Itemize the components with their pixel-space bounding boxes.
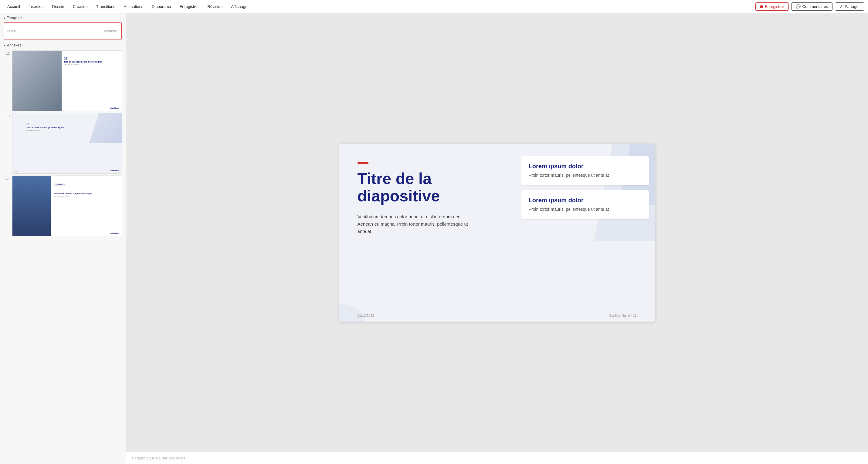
slide-card-2-text: Proin tortor mauris, pellentesque ut ant…: [529, 206, 642, 212]
slide-right-cards: Lorem ipsum dolor Proin tortor mauris, p…: [521, 156, 649, 219]
template-left-text: Section: [7, 29, 17, 32]
slide-14-subtitle: Sous-titre de la section: [54, 196, 118, 198]
slide-14-thumbnail[interactable]: SOUS PARTIE 1 Titre de la section sur pl…: [12, 176, 122, 236]
slide-13-decor: [89, 113, 122, 143]
slide-left-content: Titre de la diapositive Vestibulum tempu…: [358, 162, 485, 235]
menu-insertion[interactable]: Insertion: [25, 2, 48, 11]
menu-revision[interactable]: Révision: [204, 2, 226, 11]
enregistrer-label: Enregistrer: [765, 4, 784, 9]
slide-13-logo: Crédit Mutuel: [110, 170, 119, 172]
slide-12-content: 01 Titre de la section sur plusieurs lig…: [64, 57, 118, 66]
comment-icon: 💬: [796, 4, 801, 9]
record-icon: [760, 5, 763, 8]
slide-card-1-title: Lorem ipsum dolor: [529, 163, 642, 170]
menu-actions: Enregistrer 💬 Commentaires ↗ Partager: [755, 2, 864, 11]
template-right-text: Confidentiel: [104, 29, 118, 32]
partager-label: Partager: [845, 4, 860, 9]
slide-14-wrapper: 14 SOUS PARTIE 1 Titre de la section sur…: [4, 176, 122, 236]
slide-14-badge: SOUS PARTIE 1: [54, 183, 66, 186]
slide-footer-conf: Confidentialité · 11: [609, 314, 637, 317]
commentaires-button[interactable]: 💬 Commentaires: [791, 2, 833, 11]
slide-card-2-title: Lorem ipsum dolor: [529, 197, 642, 204]
slide-13-footer: Section: [14, 171, 18, 172]
slide-14-image: [12, 176, 51, 236]
slide-12-subtitle: Sous-titre de la section: [64, 64, 118, 66]
notes-placeholder: Cliquez pour ajouter des notes: [132, 456, 185, 460]
menu-bar: Accueil Insertion Dessin Création Transi…: [0, 0, 868, 13]
slide-12-footer: Section: [14, 108, 18, 110]
slide-14-content: Titre de la section sur plusieurs lignes…: [54, 193, 118, 197]
slide-13-wrapper: 13 01 Titre de la section sur plusieurs …: [4, 113, 122, 174]
slide-14-title: Titre de la section sur plusieurs lignes: [54, 193, 118, 195]
main-slide[interactable]: Titre de la diapositive Vestibulum tempu…: [339, 144, 655, 322]
sidebar: ▾ Template Section Confidentiel ▾ Annexe…: [0, 13, 126, 464]
menu-dessin[interactable]: Dessin: [49, 2, 68, 11]
slide-12-number: 12: [4, 52, 10, 55]
chevron-down-icon-2: ▾: [4, 44, 5, 47]
notes-area[interactable]: Cliquez pour ajouter des notes: [126, 452, 868, 464]
slide-12-logo: Crédit Mutuel: [110, 107, 119, 109]
annexes-section-label[interactable]: ▾ Annexes: [0, 41, 126, 49]
slide-title-line2: diapositive: [358, 187, 440, 205]
menu-diaporama[interactable]: Diaporama: [148, 2, 175, 11]
slide-footer-date: 01/12/2023: [358, 314, 374, 317]
main-layout: ▾ Template Section Confidentiel ▾ Annexe…: [0, 13, 868, 464]
slide-12-title: Titre de la section sur plusieurs lignes: [64, 61, 118, 63]
slide-card-1-text: Proin tortor mauris, pellentesque ut ant…: [529, 172, 642, 179]
menu-accueil[interactable]: Accueil: [4, 2, 24, 11]
template-label: Template: [7, 16, 22, 20]
slide-12-thumbnail[interactable]: 01 Titre de la section sur plusieurs lig…: [12, 50, 122, 111]
slide-12-num-label: 01: [64, 57, 118, 60]
slide-13-content: 01 Titre de la section sur plusieurs lig…: [26, 122, 91, 131]
slide-12-image: [12, 51, 62, 111]
slide-14-number: 14: [4, 177, 10, 180]
slide-title-line1: Titre de la: [358, 170, 432, 187]
slide-red-bar: [358, 162, 368, 164]
template-thumbnail[interactable]: Section Confidentiel: [4, 23, 122, 39]
menu-animations[interactable]: Animations: [120, 2, 147, 11]
menu-transitions[interactable]: Transitions: [93, 2, 119, 11]
slide-card-2[interactable]: Lorem ipsum dolor Proin tortor mauris, p…: [521, 190, 649, 219]
slide-card-1[interactable]: Lorem ipsum dolor Proin tortor mauris, p…: [521, 156, 649, 185]
enregistrer-button[interactable]: Enregistrer: [755, 2, 789, 11]
slide-footer: 01/12/2023 Confidentialité · 11: [358, 314, 637, 317]
slide-body-text[interactable]: Vestibulum tempus dolor nunc, ut nisl in…: [358, 213, 473, 235]
slide-12-wrapper: 12 01 Titre de la section sur plusieurs …: [4, 50, 122, 111]
menu-enregistrer[interactable]: Enregistrer: [176, 2, 203, 11]
partager-button[interactable]: ↗ Partager: [835, 2, 864, 11]
template-section-label[interactable]: ▾ Template: [0, 13, 126, 21]
slide-13-thumbnail[interactable]: 01 Titre de la section sur plusieurs lig…: [12, 113, 122, 174]
menu-creation[interactable]: Création: [69, 2, 91, 11]
chevron-down-icon: ▾: [4, 17, 5, 20]
slide-13-number: 13: [4, 114, 10, 118]
svg-point-2: [339, 303, 364, 322]
slide-14-logo: Crédit Mutuel: [110, 232, 119, 234]
slide-13-subtitle: Sous-titre de la section: [26, 129, 91, 131]
slide-14-footer: Section: [14, 233, 18, 235]
slide-canvas-area[interactable]: Titre de la diapositive Vestibulum tempu…: [126, 13, 868, 452]
commentaires-label: Commentaires: [802, 4, 828, 9]
share-icon: ↗: [839, 4, 843, 9]
menu-affichage[interactable]: Affichage: [227, 2, 251, 11]
slide-13-num-label: 01: [26, 122, 91, 126]
content-area: Titre de la diapositive Vestibulum tempu…: [126, 13, 868, 464]
slide-13-title: Titre de la section sur plusieurs lignes: [26, 126, 91, 129]
annexes-label: Annexes: [7, 43, 21, 47]
menu-items: Accueil Insertion Dessin Création Transi…: [4, 2, 251, 11]
slide-title[interactable]: Titre de la diapositive: [358, 170, 485, 205]
